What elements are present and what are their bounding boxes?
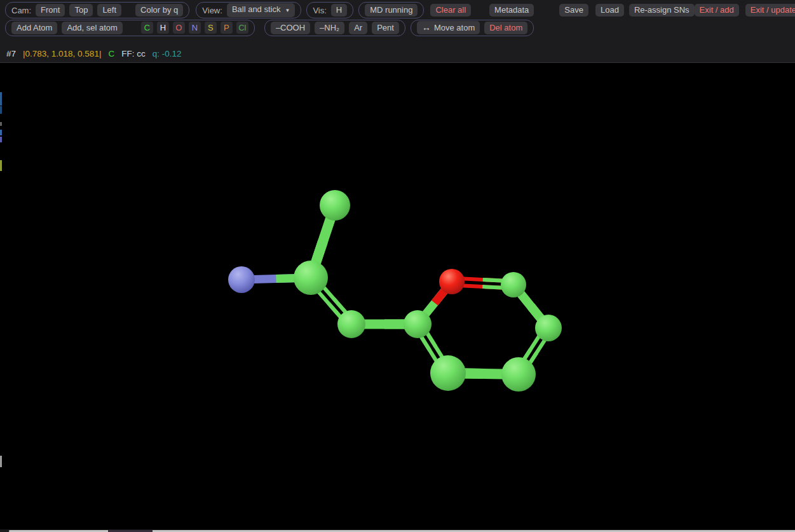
atom-layer: [228, 190, 562, 392]
element-button-N[interactable]: N: [189, 22, 201, 34]
atom-C-8[interactable]: [535, 315, 562, 341]
status-coordinates: |0.783, 1.018, 0.581|: [23, 49, 101, 58]
cam-front-button[interactable]: Front: [36, 4, 65, 17]
camera-label: Cam:: [11, 6, 31, 15]
status-charge: q: -0.12: [153, 49, 182, 58]
atom-C-4[interactable]: [337, 310, 365, 338]
status-bar: #7 |0.783, 1.018, 0.581| C FF: cc q: -0.…: [0, 36, 795, 63]
app-window: Cam: Front Top Left Color by q View: Bal…: [0, 0, 795, 532]
md-running-button[interactable]: MD running: [365, 4, 418, 17]
exit-add-button[interactable]: Exit / add: [695, 4, 739, 17]
color-by-q-button[interactable]: Color by q: [135, 4, 183, 17]
add-atom-button[interactable]: Add Atom: [11, 22, 57, 34]
toolbar-row-2: Add Atom Add, sel atom CHONSPCl –COOH –N…: [5, 19, 790, 36]
view-group: View: Ball and stick▼: [196, 2, 301, 18]
element-button-Cl[interactable]: Cl: [236, 22, 248, 34]
toolbar-row-1: Cam: Front Top Left Color by q View: Bal…: [5, 1, 790, 19]
element-button-S[interactable]: S: [205, 22, 217, 34]
atom-C-3[interactable]: [294, 261, 328, 295]
reassign-sns-button[interactable]: Re-assign SNs: [629, 4, 695, 17]
status-atom-id: #7: [6, 49, 16, 58]
move-atom-label: Move atom: [434, 23, 475, 32]
cam-top-button[interactable]: Top: [69, 4, 93, 17]
move-arrows-icon: ↔: [422, 22, 431, 32]
pent-button[interactable]: Pent: [372, 22, 399, 34]
chevron-down-icon: ▼: [285, 8, 290, 13]
edit-group: ↔Move atom Del atom: [411, 20, 534, 36]
vis-h-toggle[interactable]: H: [331, 4, 347, 17]
metadata-button[interactable]: Metadata: [489, 4, 534, 17]
view-style-dropdown[interactable]: Ball and stick▼: [227, 3, 296, 17]
md-group: MD running: [358, 2, 424, 18]
element-button-P[interactable]: P: [221, 22, 233, 34]
add-atom-group: Add Atom Add, sel atom CHONSPCl: [5, 20, 255, 36]
atom-C-1[interactable]: [320, 190, 350, 221]
element-buttons: CHONSPCl: [141, 22, 248, 34]
add-sel-atom-button[interactable]: Add, sel atom: [62, 22, 123, 34]
atom-C-7[interactable]: [501, 272, 526, 297]
molecule-viewport[interactable]: [0, 63, 795, 529]
clear-all-button[interactable]: Clear all: [430, 4, 471, 17]
element-button-C[interactable]: C: [141, 22, 153, 34]
move-atom-button[interactable]: ↔Move atom: [417, 21, 480, 34]
save-button[interactable]: Save: [559, 4, 588, 17]
atom-C-9[interactable]: [501, 357, 536, 392]
atom-C-10[interactable]: [430, 355, 466, 391]
element-button-O[interactable]: O: [173, 22, 185, 34]
cam-left-button[interactable]: Left: [97, 4, 121, 17]
ar-button[interactable]: Ar: [349, 22, 367, 34]
status-element: C: [108, 49, 114, 58]
nh2-button[interactable]: –NH₂: [315, 22, 344, 34]
cooh-button[interactable]: –COOH: [271, 22, 310, 34]
view-style-value: Ball and stick: [232, 4, 281, 14]
camera-group: Cam: Front Top Left Color by q: [5, 2, 189, 18]
del-atom-button[interactable]: Del atom: [484, 22, 527, 34]
exit-update-button[interactable]: Exit / update: [745, 4, 795, 17]
toolbar: Cam: Front Top Left Color by q View: Bal…: [0, 0, 795, 36]
molecule-svg: [0, 63, 795, 529]
vis-label: Vis:: [313, 6, 326, 15]
vis-group: Vis: H: [306, 2, 353, 18]
load-button[interactable]: Load: [595, 4, 624, 17]
fragment-group: –COOH –NH₂ Ar Pent: [264, 20, 405, 36]
element-button-H[interactable]: H: [157, 22, 169, 34]
atom-O-6[interactable]: [439, 269, 465, 294]
atom-N-2[interactable]: [228, 266, 255, 293]
view-label: View:: [202, 6, 222, 15]
status-forcefield: FF: cc: [121, 49, 146, 58]
atom-C-5[interactable]: [404, 310, 431, 338]
